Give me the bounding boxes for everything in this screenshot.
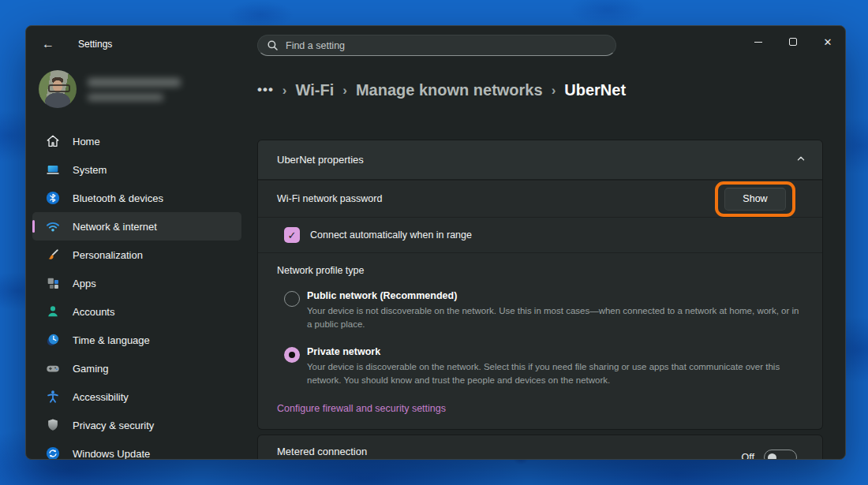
breadcrumb-ellipsis-button[interactable]: •••: [257, 82, 274, 98]
window-controls: ✕: [741, 26, 845, 62]
minimize-button[interactable]: [741, 26, 776, 58]
wifi-password-row: Wi-Fi network password Show: [258, 180, 822, 217]
maximize-button[interactable]: [776, 26, 810, 58]
public-network-title: Public network (Recommended): [307, 290, 803, 301]
ubernet-properties-card: UberNet properties Wi-Fi network passwor…: [257, 140, 823, 430]
sidebar-item-bluetooth[interactable]: Bluetooth & devices: [32, 184, 241, 212]
sidebar-item-label: Apps: [73, 278, 96, 289]
properties-header-label: UberNet properties: [277, 154, 364, 166]
sidebar-item-time-language[interactable]: Time & language: [32, 326, 241, 354]
sidebar-item-system[interactable]: System: [32, 155, 241, 184]
autoconnect-checkbox[interactable]: ✓: [284, 227, 300, 243]
minimize-icon: [754, 42, 762, 43]
close-icon: ✕: [824, 37, 832, 47]
metered-connection-title: Metered connection: [277, 446, 656, 457]
sidebar-item-label: Windows Update: [73, 448, 150, 460]
breadcrumb-wifi[interactable]: Wi-Fi: [296, 81, 335, 99]
sidebar: Home System: [26, 62, 257, 459]
sidebar-item-label: Privacy & security: [73, 420, 154, 431]
metered-connection-row: Metered connection Some apps might work …: [258, 435, 822, 460]
home-icon: [45, 133, 61, 149]
private-network-radio[interactable]: [284, 347, 300, 363]
sidebar-item-label: System: [73, 164, 107, 176]
private-network-description: Your device is discoverable on the netwo…: [307, 360, 803, 388]
titlebar: ← Settings ✕: [26, 26, 845, 62]
autoconnect-label: Connect automatically when in range: [310, 229, 472, 241]
close-button[interactable]: ✕: [810, 26, 845, 58]
sidebar-item-label: Personalization: [73, 249, 143, 261]
metered-connection-card: Metered connection Some apps might work …: [257, 435, 823, 460]
sidebar-item-home[interactable]: Home: [32, 127, 241, 155]
sidebar-nav: Home System: [32, 127, 241, 460]
public-network-radio[interactable]: [284, 291, 300, 307]
system-icon: [45, 162, 61, 177]
sidebar-item-network-internet[interactable]: Network & internet: [32, 212, 241, 241]
windows-update-icon: [45, 446, 61, 460]
network-icon: [45, 218, 61, 234]
settings-window: ← Settings ✕ Home: [25, 25, 846, 460]
user-block[interactable]: [26, 69, 257, 124]
sidebar-item-label: Bluetooth & devices: [73, 192, 163, 204]
autoconnect-row: ✓ Connect automatically when in range: [258, 217, 822, 252]
accessibility-icon: [45, 389, 61, 405]
avatar: [39, 70, 77, 108]
sidebar-item-label: Accounts: [73, 306, 114, 318]
sidebar-item-label: Gaming: [73, 363, 109, 375]
annotation-highlight-ring: Show: [715, 181, 795, 217]
network-profile-section: Network profile type Public network (Rec…: [258, 252, 822, 429]
private-network-title: Private network: [307, 346, 803, 357]
bluetooth-icon: [45, 190, 61, 206]
privacy-icon: [45, 417, 61, 433]
sidebar-item-windows-update[interactable]: Windows Update: [32, 439, 241, 460]
user-email-blurred: [88, 94, 163, 101]
settings-content: UberNet properties Wi-Fi network passwor…: [257, 140, 823, 460]
app-title: Settings: [78, 39, 112, 50]
show-password-button[interactable]: Show: [724, 188, 786, 211]
back-button[interactable]: ←: [36, 32, 61, 56]
properties-expander-header[interactable]: UberNet properties: [258, 140, 822, 180]
sidebar-item-personalization[interactable]: Personalization: [32, 241, 241, 269]
back-arrow-icon: ←: [42, 37, 54, 51]
metered-connection-toggle[interactable]: [764, 450, 797, 460]
sidebar-item-label: Home: [73, 136, 100, 147]
sidebar-item-apps[interactable]: Apps: [32, 269, 241, 297]
search-box[interactable]: [257, 35, 616, 56]
chevron-right-icon: ›: [282, 82, 287, 99]
wifi-password-label: Wi-Fi network password: [277, 193, 382, 204]
time-language-icon: [45, 332, 61, 348]
public-network-option[interactable]: Public network (Recommended) Your device…: [277, 290, 803, 332]
sidebar-item-privacy-security[interactable]: Privacy & security: [32, 411, 241, 439]
main-panel: ••• › Wi-Fi › Manage known networks › Ub…: [257, 62, 845, 459]
sidebar-item-label: Time & language: [73, 334, 150, 346]
configure-firewall-link[interactable]: Configure firewall and security settings: [277, 403, 446, 414]
sidebar-item-label: Accessibility: [73, 391, 129, 403]
breadcrumb: ••• › Wi-Fi › Manage known networks › Ub…: [257, 62, 845, 103]
private-network-option[interactable]: Private network Your device is discovera…: [277, 346, 803, 388]
chevron-right-icon: ›: [552, 82, 556, 99]
personalization-icon: [45, 247, 61, 263]
breadcrumb-ubernet: UberNet: [564, 81, 626, 99]
network-profile-type-label: Network profile type: [277, 265, 803, 276]
gaming-icon: [45, 360, 61, 376]
toggle-knob: [768, 453, 776, 461]
chevron-up-icon: [795, 153, 806, 167]
accounts-icon: [45, 304, 61, 319]
breadcrumb-manage-known-networks[interactable]: Manage known networks: [356, 81, 543, 99]
chevron-right-icon: ›: [342, 82, 347, 99]
search-input[interactable]: [286, 40, 606, 51]
sidebar-item-gaming[interactable]: Gaming: [32, 354, 241, 382]
public-network-description: Your device is not discoverable on the n…: [307, 304, 803, 332]
metered-toggle-state-label: Off: [742, 452, 754, 460]
maximize-icon: [789, 38, 797, 46]
apps-icon: [45, 275, 61, 291]
search-icon: [268, 40, 278, 50]
sidebar-item-label: Network & internet: [73, 221, 157, 233]
user-name-blurred: [88, 78, 181, 87]
sidebar-item-accessibility[interactable]: Accessibility: [32, 382, 241, 411]
sidebar-item-accounts[interactable]: Accounts: [32, 297, 241, 326]
